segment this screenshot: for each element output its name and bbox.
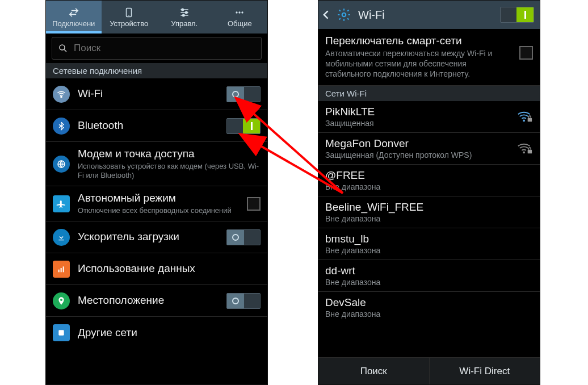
tab-label: Общие — [228, 19, 252, 28]
search-input[interactable] — [74, 43, 255, 54]
network-devsale[interactable]: DevSale Вне диапазона — [318, 292, 540, 323]
network-bmstu[interactable]: bmstu_lb Вне диапазона — [318, 228, 540, 260]
svg-point-8 — [60, 45, 65, 50]
smart-switch-checkbox[interactable] — [519, 46, 533, 60]
row-title: Местоположение — [78, 294, 219, 307]
section-network-connections: Сетевые подключения — [46, 63, 267, 78]
tab-label: Устройство — [110, 19, 148, 28]
svg-point-4 — [182, 14, 184, 16]
screen-title: Wi-Fi — [358, 9, 497, 22]
row-title: Bluetooth — [78, 119, 219, 132]
gear-icon — [335, 6, 352, 23]
tab-general[interactable]: Общие — [212, 1, 268, 34]
section-wifi-networks: Сети Wi-Fi — [318, 86, 540, 101]
tab-controls[interactable]: Управл. — [157, 1, 212, 34]
network-beeline[interactable]: Beeline_WiFi_FREE Вне диапазона — [318, 196, 540, 228]
globe-icon — [53, 156, 70, 173]
tab-device[interactable]: Устройство — [102, 1, 157, 34]
row-title: Модем и точка доступа — [78, 148, 261, 161]
row-data-usage[interactable]: Использование данных — [46, 253, 267, 285]
row-tethering[interactable]: Модем и точка доступа Использовать устро… — [46, 142, 267, 186]
svg-point-3 — [185, 11, 187, 13]
tab-label: Подключени — [52, 19, 95, 28]
network-name: Beeline_WiFi_FREE — [325, 201, 533, 214]
sliders-icon — [179, 7, 190, 18]
row-download-booster[interactable]: Ускоритель загрузки — [46, 221, 267, 253]
svg-point-18 — [523, 152, 525, 154]
row-other-networks[interactable]: Другие сети — [46, 317, 267, 349]
svg-rect-13 — [63, 266, 64, 272]
bluetooth-toggle[interactable] — [226, 118, 261, 134]
wifi-titlebar: Wi-Fi — [318, 1, 540, 29]
row-subtitle: Использовать устройство как модем (через… — [78, 162, 261, 181]
more-icon — [234, 7, 245, 18]
svg-point-6 — [239, 11, 241, 13]
network-status: Вне диапазона — [325, 246, 533, 255]
network-name: MegaFon Donver — [325, 137, 511, 150]
network-name: PikNikLTE — [325, 106, 511, 118]
network-name: @FREE — [325, 169, 533, 182]
network-status: Вне диапазона — [325, 278, 533, 287]
smart-switch-title: Переключатель смарт-сети — [325, 35, 514, 47]
row-wifi[interactable]: Wi-Fi — [46, 78, 267, 110]
svg-point-16 — [523, 120, 525, 122]
network-ddwrt[interactable]: dd-wrt Вне диапазона — [318, 260, 540, 292]
network-free[interactable]: @FREE Вне диапазона — [318, 165, 540, 196]
wifi-master-toggle[interactable] — [500, 7, 534, 23]
svg-point-15 — [342, 13, 346, 17]
settings-screen: Подключени Устройство Управл. Общие — [45, 0, 268, 385]
svg-point-2 — [182, 9, 183, 10]
row-title: Использование данных — [78, 262, 261, 275]
row-title: Ускоритель загрузки — [78, 231, 219, 244]
scan-button[interactable]: Поиск — [318, 358, 430, 384]
tab-label: Управл. — [171, 19, 198, 28]
svg-rect-14 — [58, 330, 64, 336]
search-box[interactable] — [52, 37, 262, 60]
network-status: Вне диапазона — [325, 309, 533, 319]
wifi-signal-lock-icon — [517, 110, 533, 123]
network-megafon[interactable]: MegaFon Donver Защищенная (Доступен прот… — [318, 133, 540, 165]
wifi-toggle[interactable] — [226, 86, 261, 102]
settings-tabs: Подключени Устройство Управл. Общие — [46, 1, 267, 34]
download-booster-toggle[interactable] — [226, 229, 261, 245]
search-icon — [58, 43, 68, 53]
bottom-bar: Поиск Wi-Fi Direct — [318, 357, 540, 384]
svg-rect-11 — [58, 270, 60, 273]
network-status: Защищенная (Доступен протокол WPS) — [325, 150, 511, 160]
row-title: Другие сети — [78, 327, 261, 340]
bluetooth-icon — [53, 118, 70, 135]
svg-rect-12 — [61, 268, 62, 272]
svg-point-7 — [242, 11, 243, 13]
network-status: Вне диапазона — [325, 182, 533, 191]
phone-icon — [123, 7, 135, 18]
row-subtitle: Отключение всех беспроводных соединений — [78, 206, 239, 215]
svg-rect-19 — [528, 150, 532, 154]
plane-icon — [53, 195, 70, 212]
tab-connections[interactable]: Подключени — [46, 1, 102, 34]
network-pikniklte[interactable]: PikNikLTE Защищенная — [318, 101, 540, 133]
network-name: dd-wrt — [325, 265, 533, 277]
smart-network-switch[interactable]: Переключатель смарт-сети Автоматически п… — [318, 29, 540, 86]
row-bluetooth[interactable]: Bluetooth — [46, 110, 267, 142]
svg-point-5 — [236, 11, 238, 13]
network-status: Защищенная — [325, 119, 511, 128]
location-toggle[interactable] — [226, 293, 261, 309]
chart-icon — [53, 261, 70, 278]
wifi-signal-lock-icon — [517, 141, 533, 155]
svg-rect-17 — [528, 118, 532, 122]
wifi-icon — [53, 86, 70, 103]
airplane-checkbox[interactable] — [247, 197, 261, 211]
svg-point-1 — [129, 15, 130, 16]
back-button[interactable] — [321, 9, 332, 20]
svg-point-9 — [61, 96, 62, 97]
row-airplane[interactable]: Автономный режим Отключение всех беспров… — [46, 186, 267, 221]
network-name: DevSale — [325, 296, 533, 309]
row-title: Wi-Fi — [78, 87, 219, 101]
network-status: Вне диапазона — [325, 214, 533, 223]
row-title: Автономный режим — [78, 192, 239, 205]
row-location[interactable]: Местоположение — [46, 285, 267, 317]
swap-icon — [68, 7, 79, 18]
search-row — [46, 34, 267, 63]
location-icon — [53, 292, 70, 309]
wifi-direct-button[interactable]: Wi-Fi Direct — [430, 358, 540, 384]
